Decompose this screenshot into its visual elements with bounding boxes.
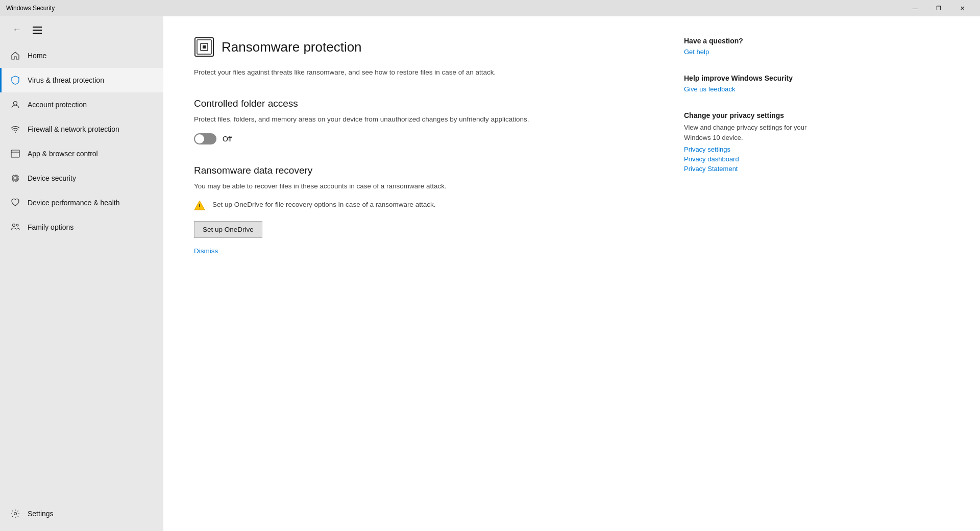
privacy-title: Change your privacy settings [684, 111, 827, 119]
svg-point-0 [14, 102, 17, 105]
family-icon [10, 222, 20, 232]
sidebar-item-home-label: Home [28, 52, 46, 60]
sidebar-item-settings[interactable]: Settings [0, 501, 163, 526]
hamburger-line3 [33, 33, 42, 34]
sidebar-item-firewall[interactable]: Firewall & network protection [0, 117, 163, 141]
ransomware-recovery-section: Ransomware data recovery You may be able… [194, 165, 653, 255]
help-title: Have a question? [684, 37, 827, 45]
sidebar-item-firewall-label: Firewall & network protection [28, 125, 119, 133]
sidebar-top: ← [0, 16, 163, 43]
sidebar-item-settings-label: Settings [28, 510, 54, 518]
sidebar-item-device-health[interactable]: Device performance & health [0, 190, 163, 215]
sidebar-item-account[interactable]: Account protection [0, 92, 163, 117]
back-button[interactable]: ← [8, 22, 26, 37]
restore-button[interactable]: ❐ [927, 0, 950, 16]
privacy-statement-link[interactable]: Privacy Statement [684, 165, 827, 173]
hamburger-line1 [33, 27, 42, 28]
help-section: Have a question? Get help [684, 37, 827, 56]
page-title: Ransomware protection [222, 39, 362, 55]
improve-section: Help improve Windows Security Give us fe… [684, 74, 827, 93]
person-icon [10, 100, 20, 110]
warning-row: Set up OneDrive for file recovery option… [194, 200, 653, 211]
svg-rect-2 [11, 150, 19, 157]
svg-rect-11 [203, 45, 206, 49]
sidebar: ← Home [0, 16, 163, 531]
ransomware-icon [194, 37, 214, 57]
svg-point-5 [13, 224, 15, 227]
page-description: Protect your files against threats like … [194, 67, 653, 78]
toggle-row: Off [194, 133, 653, 144]
privacy-dashboard-link[interactable]: Privacy dashboard [684, 155, 827, 163]
heart-icon [10, 198, 20, 208]
titlebar: Windows Security — ❐ ✕ [0, 0, 980, 16]
sidebar-item-device-security-label: Device security [28, 174, 76, 182]
warning-icon [194, 200, 205, 211]
sidebar-item-home[interactable]: Home [0, 43, 163, 68]
gear-icon [10, 509, 20, 519]
chip-icon [10, 173, 20, 183]
sidebar-bottom: Settings [0, 496, 163, 531]
controlled-folder-title: Controlled folder access [194, 98, 653, 109]
svg-point-6 [16, 224, 18, 226]
sidebar-item-family-label: Family options [28, 223, 74, 231]
hamburger-button[interactable] [31, 25, 44, 36]
shield-icon [10, 75, 20, 85]
sidebar-nav: Home Virus & threat protection [0, 43, 163, 496]
sidebar-item-app-browser-label: App & browser control [28, 150, 98, 158]
sidebar-item-virus-label: Virus & threat protection [28, 76, 104, 84]
sidebar-item-family[interactable]: Family options [0, 215, 163, 239]
sidebar-item-app-browser[interactable]: App & browser control [0, 141, 163, 166]
privacy-settings-link[interactable]: Privacy settings [684, 146, 827, 153]
sidebar-item-account-label: Account protection [28, 101, 87, 109]
wifi-icon [10, 124, 20, 134]
svg-rect-4 [14, 177, 17, 180]
content-sidebar: Have a question? Get help Help improve W… [684, 37, 827, 511]
svg-point-12 [199, 207, 200, 208]
window-controls: — ❐ ✕ [903, 0, 974, 16]
sidebar-item-device-security[interactable]: Device security [0, 166, 163, 190]
app-container: ← Home [0, 16, 980, 531]
privacy-desc: View and change privacy settings for you… [684, 123, 827, 142]
main-content: Ransomware protection Protect your files… [163, 16, 980, 531]
dismiss-link[interactable]: Dismiss [194, 247, 218, 255]
close-button[interactable]: ✕ [950, 0, 974, 16]
minimize-button[interactable]: — [903, 0, 927, 16]
svg-point-1 [15, 132, 16, 133]
toggle-label: Off [223, 135, 232, 143]
svg-point-7 [14, 513, 17, 515]
controlled-folder-desc: Protect files, folders, and memory areas… [194, 114, 653, 125]
feedback-link[interactable]: Give us feedback [684, 85, 827, 93]
home-icon [10, 51, 20, 61]
sidebar-item-device-health-label: Device performance & health [28, 199, 120, 207]
content-primary: Ransomware protection Protect your files… [194, 37, 653, 511]
controlled-folder-toggle[interactable] [194, 133, 216, 144]
sidebar-item-virus[interactable]: Virus & threat protection [0, 68, 163, 92]
controlled-folder-section: Controlled folder access Protect files, … [194, 98, 653, 144]
setup-onedrive-button[interactable]: Set up OneDrive [194, 221, 262, 238]
privacy-section: Change your privacy settings View and ch… [684, 111, 827, 173]
ransomware-recovery-title: Ransomware data recovery [194, 165, 653, 176]
browser-icon [10, 149, 20, 159]
titlebar-title: Windows Security [6, 5, 55, 12]
improve-title: Help improve Windows Security [684, 74, 827, 82]
warning-text: Set up OneDrive for file recovery option… [212, 200, 435, 210]
page-header: Ransomware protection [194, 37, 653, 57]
hamburger-line2 [33, 30, 42, 31]
ransomware-recovery-desc: You may be able to recover files in thes… [194, 181, 653, 191]
get-help-link[interactable]: Get help [684, 48, 827, 56]
